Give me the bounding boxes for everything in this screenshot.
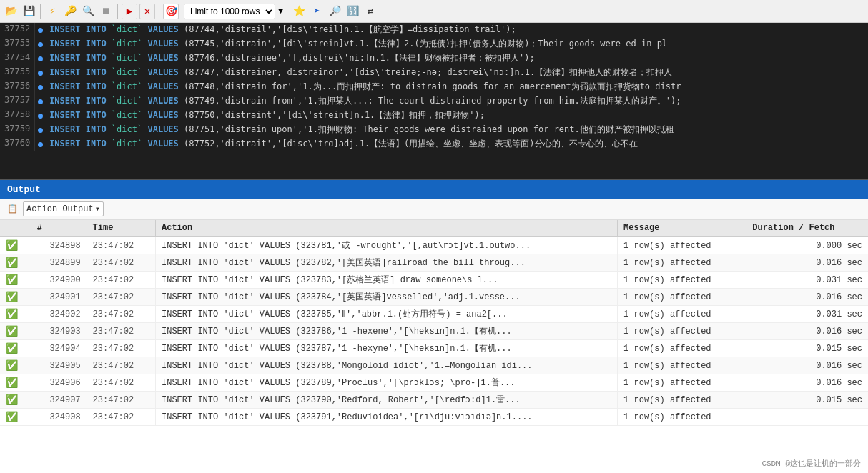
line-content: INSERT INTO `dict` VALUES (87751,'distra… bbox=[45, 123, 868, 137]
line-number: 37756 bbox=[0, 80, 35, 94]
row-duration: 0.016 sec bbox=[746, 374, 868, 392]
table-row[interactable]: ✅ 324906 23:47:02 INSERT INTO 'dict' VAL… bbox=[0, 374, 868, 392]
row-action: INSERT INTO 'dict' VALUES (323787,'1 -he… bbox=[156, 340, 618, 357]
table-row[interactable]: ✅ 324905 23:47:02 INSERT INTO 'dict' VAL… bbox=[0, 357, 868, 374]
row-status: ✅ bbox=[0, 272, 31, 289]
query-line: 37760INSERT INTO `dict` VALUES (87752,'d… bbox=[0, 137, 868, 151]
line-number: 37755 bbox=[0, 66, 35, 80]
save-icon[interactable]: 💾 bbox=[21, 4, 36, 19]
stop-icon[interactable]: ⏹ bbox=[98, 4, 114, 19]
line-content: INSERT INTO `dict` VALUES (87745,'distra… bbox=[45, 37, 868, 51]
row-num: 324907 bbox=[31, 392, 87, 409]
query-line: 37754INSERT INTO `dict` VALUES (87746,'d… bbox=[0, 51, 868, 66]
limit-dropdown[interactable]: Limit to 1000 rows bbox=[184, 4, 275, 19]
row-action: INSERT INTO 'dict' VALUES (323782,'[美国英语… bbox=[156, 254, 618, 272]
row-time: 23:47:02 bbox=[87, 357, 155, 374]
line-dot bbox=[35, 137, 45, 151]
key-icon[interactable]: 🔑 bbox=[62, 4, 78, 19]
swap-icon[interactable]: ⇄ bbox=[363, 4, 378, 19]
table-row[interactable]: ✅ 324902 23:47:02 INSERT INTO 'dict' VAL… bbox=[0, 306, 868, 323]
table-row[interactable]: ✅ 324904 23:47:02 INSERT INTO 'dict' VAL… bbox=[0, 340, 868, 357]
check-icon: ✅ bbox=[6, 257, 18, 269]
col-num[interactable]: # bbox=[31, 220, 87, 236]
line-dot bbox=[35, 123, 45, 137]
toolbar-sep-2 bbox=[117, 4, 118, 19]
check-icon: ✅ bbox=[6, 343, 18, 354]
row-action: INSERT INTO 'dict' VALUES (323783,'[苏格兰英… bbox=[156, 272, 618, 289]
row-duration: 0.016 sec bbox=[746, 357, 868, 374]
query-line: 37755INSERT INTO `dict` VALUES (87747,'d… bbox=[0, 66, 868, 80]
row-num: 324899 bbox=[31, 254, 87, 272]
watermark: CSDN @这也是让机的一部分 bbox=[761, 458, 861, 469]
row-time: 23:47:02 bbox=[87, 236, 155, 254]
row-time: 23:47:02 bbox=[87, 272, 155, 289]
execute-icon[interactable]: ⚡ bbox=[44, 4, 60, 19]
line-content: INSERT INTO `dict` VALUES (87752,'distra… bbox=[45, 137, 868, 151]
check-icon: ✅ bbox=[6, 394, 18, 406]
row-message: 1 row(s) affected bbox=[618, 340, 746, 357]
row-num: 324904 bbox=[31, 340, 87, 357]
table-row[interactable]: ✅ 324900 23:47:02 INSERT INTO 'dict' VAL… bbox=[0, 272, 868, 289]
line-number: 37757 bbox=[0, 94, 35, 109]
col-duration[interactable]: Duration / Fetch bbox=[746, 220, 868, 236]
table-row[interactable]: ✅ 324908 23:47:02 INSERT INTO 'dict' VAL… bbox=[0, 409, 868, 426]
target-icon[interactable]: 🎯 bbox=[163, 4, 179, 19]
table-row[interactable]: ✅ 324907 23:47:02 INSERT INTO 'dict' VAL… bbox=[0, 392, 868, 409]
open-folder-icon[interactable]: 📂 bbox=[3, 4, 19, 19]
line-dot bbox=[35, 66, 45, 80]
row-duration: 0.000 sec bbox=[746, 236, 868, 254]
row-status: ✅ bbox=[0, 254, 31, 272]
row-action: INSERT INTO 'dict' VALUES (323786,'1 -he… bbox=[156, 323, 618, 340]
row-status: ✅ bbox=[0, 306, 31, 323]
row-num: 324898 bbox=[31, 236, 87, 254]
run-icon[interactable]: ▶ bbox=[122, 4, 137, 19]
row-message: 1 row(s) affected bbox=[618, 236, 746, 254]
hash-icon[interactable]: 🔢 bbox=[345, 4, 360, 19]
output-toolbar: 📋 Action Output ▾ bbox=[0, 199, 868, 220]
col-time[interactable]: Time bbox=[87, 220, 155, 236]
row-time: 23:47:02 bbox=[87, 374, 155, 392]
table-row[interactable]: ✅ 324899 23:47:02 INSERT INTO 'dict' VAL… bbox=[0, 254, 868, 272]
query-line: 37759INSERT INTO `dict` VALUES (87751,'d… bbox=[0, 123, 868, 137]
action-output-dropdown[interactable]: Action Output ▾ bbox=[23, 201, 104, 216]
table-row[interactable]: ✅ 324901 23:47:02 INSERT INTO 'dict' VAL… bbox=[0, 289, 868, 306]
col-action[interactable]: Action bbox=[156, 220, 618, 236]
row-message: 1 row(s) affected bbox=[618, 306, 746, 323]
toolbar-sep-4 bbox=[287, 4, 287, 19]
row-time: 23:47:02 bbox=[87, 392, 155, 409]
row-action: INSERT INTO 'dict' VALUES (323791,'Reduv… bbox=[156, 409, 618, 426]
output-table-wrap[interactable]: # Time Action Message Duration / Fetch ✅… bbox=[0, 220, 868, 473]
line-content: INSERT INTO `dict` VALUES (87749,'distra… bbox=[45, 94, 868, 109]
row-duration: 0.031 sec bbox=[746, 272, 868, 289]
row-status: ✅ bbox=[0, 357, 31, 374]
search-icon[interactable]: 🔍 bbox=[80, 4, 96, 19]
main-toolbar: 📂 💾 ⚡ 🔑 🔍 ⏹ ▶ ✕ 🎯 Limit to 1000 rows ▼ ⭐… bbox=[0, 0, 868, 23]
copy-icon[interactable]: 📋 bbox=[6, 203, 19, 216]
send-icon[interactable]: ➤ bbox=[309, 4, 325, 19]
row-num: 324906 bbox=[31, 374, 87, 392]
line-content: INSERT INTO `dict` VALUES (87747,'distra… bbox=[45, 66, 868, 80]
output-table: # Time Action Message Duration / Fetch ✅… bbox=[0, 220, 868, 426]
stop-red-icon[interactable]: ✕ bbox=[139, 4, 155, 19]
query-editor[interactable]: 37752INSERT INTO `dict` VALUES (87744,'d… bbox=[0, 23, 868, 180]
row-action: INSERT INTO 'dict' VALUES (323781,'或 -wr… bbox=[156, 236, 618, 254]
star-icon[interactable]: ⭐ bbox=[291, 4, 307, 19]
toolbar-sep-1 bbox=[40, 4, 41, 19]
table-header: # Time Action Message Duration / Fetch bbox=[0, 220, 868, 236]
row-message: 1 row(s) affected bbox=[618, 272, 746, 289]
line-dot bbox=[35, 23, 45, 37]
table-row[interactable]: ✅ 324898 23:47:02 INSERT INTO 'dict' VAL… bbox=[0, 236, 868, 254]
line-number: 37752 bbox=[0, 23, 35, 37]
table-row[interactable]: ✅ 324903 23:47:02 INSERT INTO 'dict' VAL… bbox=[0, 323, 868, 340]
row-action: INSERT INTO 'dict' VALUES (323788,'Mongo… bbox=[156, 357, 618, 374]
line-content: INSERT INTO `dict` VALUES (87750,'distra… bbox=[45, 109, 868, 123]
check-icon: ✅ bbox=[6, 309, 18, 320]
output-header-label: Output bbox=[7, 184, 41, 195]
col-message[interactable]: Message bbox=[618, 220, 746, 236]
row-status: ✅ bbox=[0, 392, 31, 409]
row-num: 324908 bbox=[31, 409, 87, 426]
row-time: 23:47:02 bbox=[87, 306, 155, 323]
row-num: 324901 bbox=[31, 289, 87, 306]
search2-icon[interactable]: 🔎 bbox=[327, 4, 342, 19]
row-status: ✅ bbox=[0, 236, 31, 254]
